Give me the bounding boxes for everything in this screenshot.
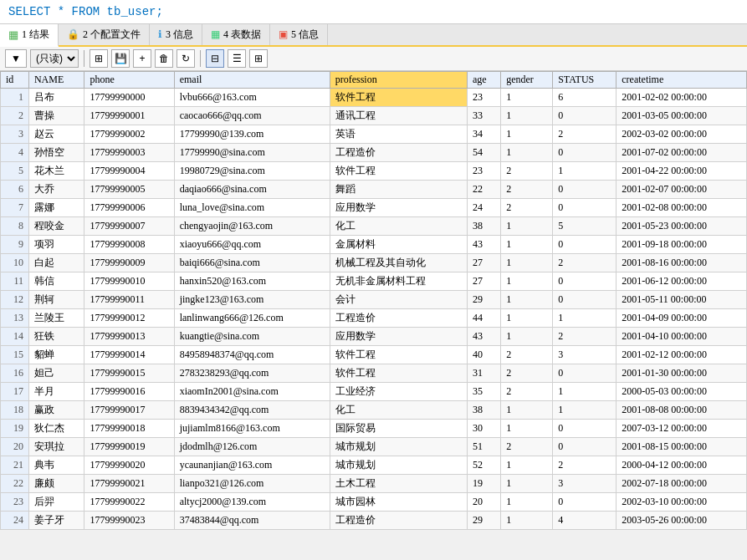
cell-id[interactable]: 22 — [1, 475, 29, 493]
cell-profession[interactable]: 土木工程 — [330, 475, 467, 493]
cell-profession[interactable]: 城市园林 — [330, 493, 467, 512]
cell-createtime[interactable]: 2001-02-02 00:00:00 — [617, 89, 747, 107]
cell-STATUS[interactable]: 1 — [553, 383, 617, 401]
cell-NAME[interactable]: 吕布 — [28, 89, 84, 107]
table-row[interactable]: 11韩信17799990010hanxin520@163.com无机非金属材料工… — [1, 272, 747, 291]
cell-NAME[interactable]: 露娜 — [28, 199, 84, 217]
cell-email[interactable]: lanlinwang666@126.com — [174, 309, 330, 328]
cell-STATUS[interactable]: 3 — [553, 475, 617, 493]
tab-config[interactable]: 🔒 2 个配置文件 — [59, 24, 150, 45]
cell-email[interactable]: hanxin520@163.com — [174, 272, 330, 291]
table-row[interactable]: 22廉颇17799990021lianpo321@126.com土木工程1913… — [1, 475, 747, 493]
cell-gender[interactable]: 2 — [501, 199, 553, 217]
cell-phone[interactable]: 17799990019 — [84, 438, 174, 456]
cell-STATUS[interactable]: 0 — [553, 420, 617, 438]
table-row[interactable]: 21典韦17799990020ycaunanjian@163.com城市规划52… — [1, 456, 747, 475]
cell-STATUS[interactable]: 2 — [553, 125, 617, 144]
cell-phone[interactable]: 17799990020 — [84, 456, 174, 475]
cell-createtime[interactable]: 2001-02-12 00:00:00 — [617, 346, 747, 364]
refresh-btn[interactable]: ↻ — [177, 49, 195, 68]
cell-email[interactable]: luna_love@sina.com — [174, 199, 330, 217]
cell-STATUS[interactable]: 5 — [553, 217, 617, 236]
cell-NAME[interactable]: 后羿 — [28, 493, 84, 512]
cell-phone[interactable]: 17799990002 — [84, 125, 174, 144]
cell-email[interactable]: lianpo321@126.com — [174, 475, 330, 493]
cell-gender[interactable]: 1 — [501, 125, 553, 144]
cell-NAME[interactable]: 狄仁杰 — [28, 420, 84, 438]
cell-phone[interactable]: 17799990022 — [84, 493, 174, 512]
cell-phone[interactable]: 17799990018 — [84, 420, 174, 438]
save-btn[interactable]: 💾 — [111, 49, 130, 68]
cell-STATUS[interactable]: 0 — [553, 364, 617, 383]
cell-id[interactable]: 13 — [1, 309, 29, 328]
cell-phone[interactable]: 17799990016 — [84, 383, 174, 401]
cell-createtime[interactable]: 2001-03-05 00:00:00 — [617, 107, 747, 125]
cell-createtime[interactable]: 2001-02-07 00:00:00 — [617, 181, 747, 199]
cell-createtime[interactable]: 2001-04-22 00:00:00 — [617, 162, 747, 181]
cell-gender[interactable]: 2 — [501, 383, 553, 401]
cell-age[interactable]: 38 — [467, 401, 500, 420]
cell-id[interactable]: 24 — [1, 512, 29, 530]
cell-NAME[interactable]: 狂铁 — [28, 328, 84, 346]
cell-gender[interactable]: 2 — [501, 346, 553, 364]
cell-profession[interactable]: 金属材料 — [330, 236, 467, 254]
table-row[interactable]: 23后羿17799990022altycj2000@139.com城市园林201… — [1, 493, 747, 512]
table-row[interactable]: 20安琪拉17799990019jdodmlh@126.com城市规划51202… — [1, 438, 747, 456]
cell-profession[interactable]: 工程造价 — [330, 512, 467, 530]
cell-STATUS[interactable]: 1 — [553, 162, 617, 181]
cell-createtime[interactable]: 2002-07-18 00:00:00 — [617, 475, 747, 493]
cell-email[interactable]: chengyaojin@163.com — [174, 217, 330, 236]
cell-STATUS[interactable]: 0 — [553, 181, 617, 199]
cell-NAME[interactable]: 花木兰 — [28, 162, 84, 181]
cell-phone[interactable]: 17799990003 — [84, 144, 174, 162]
cell-age[interactable]: 24 — [467, 199, 500, 217]
cell-phone[interactable]: 17799990009 — [84, 254, 174, 272]
cell-age[interactable]: 43 — [467, 328, 500, 346]
cell-id[interactable]: 17 — [1, 383, 29, 401]
table-row[interactable]: 17半月17799990016xiaomIn2001@sina.com工业经济3… — [1, 383, 747, 401]
cell-email[interactable]: 8839434342@qq.com — [174, 401, 330, 420]
cell-STATUS[interactable]: 0 — [553, 236, 617, 254]
tab-tabledata[interactable]: ▦ 4 表数据 — [202, 24, 270, 45]
cell-id[interactable]: 10 — [1, 254, 29, 272]
copy-btn[interactable]: ⊞ — [90, 49, 108, 68]
cell-profession[interactable]: 工程造价 — [330, 144, 467, 162]
cell-STATUS[interactable]: 0 — [553, 438, 617, 456]
table-row[interactable]: 18赢政177999900178839434342@qq.com化工381120… — [1, 401, 747, 420]
cell-NAME[interactable]: 大乔 — [28, 181, 84, 199]
table-row[interactable]: 10白起17799990009baiqi666@sina.com机械工程及其自动… — [1, 254, 747, 272]
cell-STATUS[interactable]: 0 — [553, 493, 617, 512]
cell-STATUS[interactable]: 4 — [553, 512, 617, 530]
cell-id[interactable]: 8 — [1, 217, 29, 236]
table-row[interactable]: 12荆轲17799990011jingke123@163.com会计291020… — [1, 291, 747, 309]
table-row[interactable]: 16妲己177999900152783238293@qq.com软件工程3120… — [1, 364, 747, 383]
cell-age[interactable]: 34 — [467, 125, 500, 144]
cell-phone[interactable]: 17799990007 — [84, 217, 174, 236]
cell-phone[interactable]: 17799990000 — [84, 89, 174, 107]
cell-age[interactable]: 51 — [467, 438, 500, 456]
col-header-createtime[interactable]: createtime — [617, 72, 747, 89]
cell-STATUS[interactable]: 1 — [553, 401, 617, 420]
cell-profession[interactable]: 无机非金属材料工程 — [330, 272, 467, 291]
cell-STATUS[interactable]: 2 — [553, 328, 617, 346]
cell-phone[interactable]: 17799990004 — [84, 162, 174, 181]
cell-email[interactable]: 17799990@139.com — [174, 125, 330, 144]
cell-createtime[interactable]: 2001-06-12 00:00:00 — [617, 272, 747, 291]
cell-age[interactable]: 40 — [467, 346, 500, 364]
cell-STATUS[interactable]: 1 — [553, 309, 617, 328]
cell-email[interactable]: xiaoyu666@qq.com — [174, 236, 330, 254]
cell-gender[interactable]: 1 — [501, 475, 553, 493]
cell-createtime[interactable]: 2001-05-23 00:00:00 — [617, 217, 747, 236]
cell-profession[interactable]: 通讯工程 — [330, 107, 467, 125]
col-header-gender[interactable]: gender — [501, 72, 553, 89]
cell-phone[interactable]: 17799990012 — [84, 309, 174, 328]
cell-id[interactable]: 2 — [1, 107, 29, 125]
cell-email[interactable]: 2783238293@qq.com — [174, 364, 330, 383]
cell-createtime[interactable]: 2001-01-30 00:00:00 — [617, 364, 747, 383]
cell-id[interactable]: 1 — [1, 89, 29, 107]
cell-age[interactable]: 31 — [467, 364, 500, 383]
cell-id[interactable]: 6 — [1, 181, 29, 199]
cell-profession[interactable]: 英语 — [330, 125, 467, 144]
cell-createtime[interactable]: 2001-07-02 00:00:00 — [617, 144, 747, 162]
cell-gender[interactable]: 1 — [501, 217, 553, 236]
